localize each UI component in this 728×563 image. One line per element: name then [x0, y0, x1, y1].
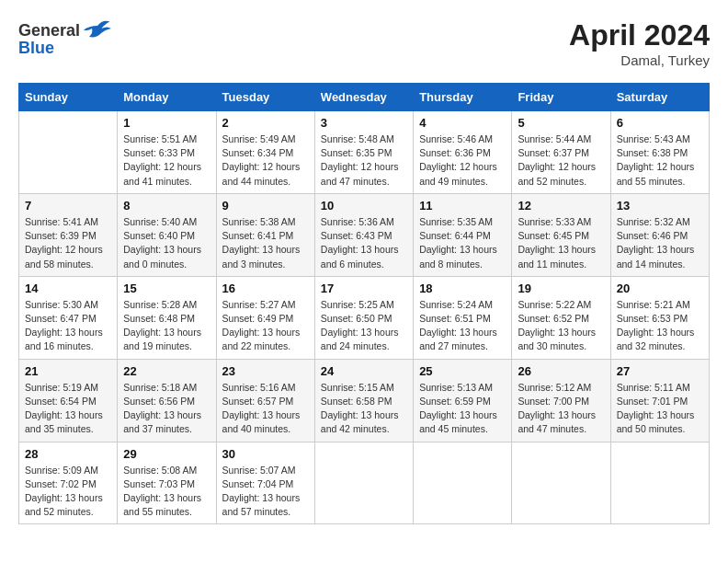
title-block: April 2024 Damal, Turkey: [569, 18, 710, 68]
day-number: 7: [25, 199, 111, 213]
calendar-cell: [610, 442, 709, 524]
day-number: 3: [321, 116, 407, 130]
header-day-thursday: Thursday: [414, 84, 512, 111]
calendar-cell: 15 Sunrise: 5:28 AMSunset: 6:48 PMDaylig…: [118, 276, 216, 359]
calendar-week-row: 1 Sunrise: 5:51 AMSunset: 6:33 PMDayligh…: [19, 111, 710, 194]
page-header: General Blue April 2024 Damal, Turkey: [18, 18, 710, 68]
cell-info: Sunrise: 5:24 AMSunset: 6:51 PMDaylight:…: [419, 298, 506, 354]
calendar-cell: 13 Sunrise: 5:32 AMSunset: 6:46 PMDaylig…: [610, 193, 709, 276]
calendar-header-row: SundayMondayTuesdayWednesdayThursdayFrid…: [19, 84, 710, 111]
calendar-cell: 3 Sunrise: 5:48 AMSunset: 6:35 PMDayligh…: [314, 111, 413, 194]
cell-info: Sunrise: 5:48 AMSunset: 6:35 PMDaylight:…: [321, 132, 407, 189]
cell-info: Sunrise: 5:11 AMSunset: 7:01 PMDaylight:…: [617, 381, 703, 437]
calendar-cell: 11 Sunrise: 5:35 AMSunset: 6:44 PMDaylig…: [414, 193, 512, 276]
header-day-wednesday: Wednesday: [314, 84, 413, 111]
header-day-monday: Monday: [118, 84, 216, 111]
calendar-cell: 20 Sunrise: 5:21 AMSunset: 6:53 PMDaylig…: [610, 276, 709, 359]
day-number: 26: [518, 364, 604, 378]
cell-info: Sunrise: 5:38 AMSunset: 6:41 PMDaylight:…: [222, 215, 309, 271]
calendar-week-row: 14 Sunrise: 5:30 AMSunset: 6:47 PMDaylig…: [19, 276, 710, 359]
day-number: 9: [222, 199, 309, 213]
cell-info: Sunrise: 5:43 AMSunset: 6:38 PMDaylight:…: [617, 132, 703, 189]
calendar-cell: 29 Sunrise: 5:08 AMSunset: 7:03 PMDaylig…: [118, 442, 216, 524]
day-number: 28: [25, 447, 111, 461]
cell-info: Sunrise: 5:41 AMSunset: 6:39 PMDaylight:…: [25, 215, 111, 271]
day-number: 11: [419, 199, 506, 213]
day-number: 14: [25, 282, 111, 295]
location: Damal, Turkey: [569, 52, 710, 68]
calendar-cell: 16 Sunrise: 5:27 AMSunset: 6:49 PMDaylig…: [216, 276, 314, 359]
calendar-cell: 12 Sunrise: 5:33 AMSunset: 6:45 PMDaylig…: [512, 193, 610, 276]
day-number: 2: [222, 116, 309, 130]
day-number: 21: [25, 364, 111, 378]
cell-info: Sunrise: 5:27 AMSunset: 6:49 PMDaylight:…: [222, 298, 309, 354]
cell-info: Sunrise: 5:15 AMSunset: 6:58 PMDaylight:…: [321, 381, 407, 437]
cell-info: Sunrise: 5:13 AMSunset: 6:59 PMDaylight:…: [419, 381, 506, 437]
calendar-cell: 5 Sunrise: 5:44 AMSunset: 6:37 PMDayligh…: [512, 111, 610, 194]
logo-text-general: General: [18, 21, 80, 40]
calendar-cell: 14 Sunrise: 5:30 AMSunset: 6:47 PMDaylig…: [19, 276, 118, 359]
calendar-week-row: 28 Sunrise: 5:09 AMSunset: 7:02 PMDaylig…: [19, 442, 710, 524]
day-number: 22: [123, 364, 210, 378]
calendar-cell: 30 Sunrise: 5:07 AMSunset: 7:04 PMDaylig…: [216, 442, 314, 524]
cell-info: Sunrise: 5:33 AMSunset: 6:45 PMDaylight:…: [518, 215, 604, 271]
cell-info: Sunrise: 5:19 AMSunset: 6:54 PMDaylight:…: [25, 381, 111, 437]
cell-info: Sunrise: 5:30 AMSunset: 6:47 PMDaylight:…: [25, 298, 111, 354]
day-number: 19: [518, 282, 604, 295]
day-number: 1: [123, 116, 210, 130]
day-number: 5: [518, 116, 604, 130]
logo-text-blue: Blue: [18, 39, 54, 58]
calendar-week-row: 7 Sunrise: 5:41 AMSunset: 6:39 PMDayligh…: [19, 193, 710, 276]
day-number: 12: [518, 199, 604, 213]
calendar-cell: 18 Sunrise: 5:24 AMSunset: 6:51 PMDaylig…: [414, 276, 512, 359]
calendar-cell: [414, 442, 512, 524]
logo: General Blue: [18, 18, 111, 58]
calendar-cell: 25 Sunrise: 5:13 AMSunset: 6:59 PMDaylig…: [414, 359, 512, 442]
cell-info: Sunrise: 5:18 AMSunset: 6:56 PMDaylight:…: [123, 381, 210, 437]
cell-info: Sunrise: 5:35 AMSunset: 6:44 PMDaylight:…: [419, 215, 506, 271]
day-number: 15: [123, 282, 210, 295]
calendar-week-row: 21 Sunrise: 5:19 AMSunset: 6:54 PMDaylig…: [19, 359, 710, 442]
day-number: 10: [321, 199, 407, 213]
cell-info: Sunrise: 5:40 AMSunset: 6:40 PMDaylight:…: [123, 215, 210, 271]
cell-info: Sunrise: 5:21 AMSunset: 6:53 PMDaylight:…: [617, 298, 703, 354]
calendar-cell: 27 Sunrise: 5:11 AMSunset: 7:01 PMDaylig…: [610, 359, 709, 442]
calendar-cell: 24 Sunrise: 5:15 AMSunset: 6:58 PMDaylig…: [314, 359, 413, 442]
day-number: 29: [123, 447, 210, 461]
day-number: 13: [617, 199, 703, 213]
calendar-cell: 21 Sunrise: 5:19 AMSunset: 6:54 PMDaylig…: [19, 359, 118, 442]
cell-info: Sunrise: 5:36 AMSunset: 6:43 PMDaylight:…: [321, 215, 407, 271]
day-number: 4: [419, 116, 506, 130]
day-number: 16: [222, 282, 309, 295]
calendar-cell: 8 Sunrise: 5:40 AMSunset: 6:40 PMDayligh…: [118, 193, 216, 276]
cell-info: Sunrise: 5:46 AMSunset: 6:36 PMDaylight:…: [419, 132, 506, 189]
day-number: 30: [222, 447, 309, 461]
cell-info: Sunrise: 5:51 AMSunset: 6:33 PMDaylight:…: [123, 132, 210, 189]
calendar-table: SundayMondayTuesdayWednesdayThursdayFrid…: [18, 83, 710, 524]
day-number: 18: [419, 282, 506, 295]
logo-bird-icon: [84, 18, 111, 39]
calendar-cell: 19 Sunrise: 5:22 AMSunset: 6:52 PMDaylig…: [512, 276, 610, 359]
cell-info: Sunrise: 5:16 AMSunset: 6:57 PMDaylight:…: [222, 381, 309, 437]
calendar-cell: 6 Sunrise: 5:43 AMSunset: 6:38 PMDayligh…: [610, 111, 709, 194]
calendar-cell: [512, 442, 610, 524]
calendar-cell: 28 Sunrise: 5:09 AMSunset: 7:02 PMDaylig…: [19, 442, 118, 524]
month-year: April 2024: [569, 18, 710, 52]
calendar-cell: 2 Sunrise: 5:49 AMSunset: 6:34 PMDayligh…: [216, 111, 314, 194]
calendar-cell: 7 Sunrise: 5:41 AMSunset: 6:39 PMDayligh…: [19, 193, 118, 276]
day-number: 17: [321, 282, 407, 295]
cell-info: Sunrise: 5:49 AMSunset: 6:34 PMDaylight:…: [222, 132, 309, 189]
calendar-cell: [314, 442, 413, 524]
cell-info: Sunrise: 5:22 AMSunset: 6:52 PMDaylight:…: [518, 298, 604, 354]
cell-info: Sunrise: 5:44 AMSunset: 6:37 PMDaylight:…: [518, 132, 604, 189]
cell-info: Sunrise: 5:07 AMSunset: 7:04 PMDaylight:…: [222, 464, 309, 520]
calendar-cell: 17 Sunrise: 5:25 AMSunset: 6:50 PMDaylig…: [314, 276, 413, 359]
calendar-cell: 4 Sunrise: 5:46 AMSunset: 6:36 PMDayligh…: [414, 111, 512, 194]
day-number: 20: [617, 282, 703, 295]
calendar-cell: 23 Sunrise: 5:16 AMSunset: 6:57 PMDaylig…: [216, 359, 314, 442]
calendar-cell: 22 Sunrise: 5:18 AMSunset: 6:56 PMDaylig…: [118, 359, 216, 442]
day-number: 24: [321, 364, 407, 378]
calendar-cell: 1 Sunrise: 5:51 AMSunset: 6:33 PMDayligh…: [118, 111, 216, 194]
day-number: 6: [617, 116, 703, 130]
calendar-cell: 26 Sunrise: 5:12 AMSunset: 7:00 PMDaylig…: [512, 359, 610, 442]
